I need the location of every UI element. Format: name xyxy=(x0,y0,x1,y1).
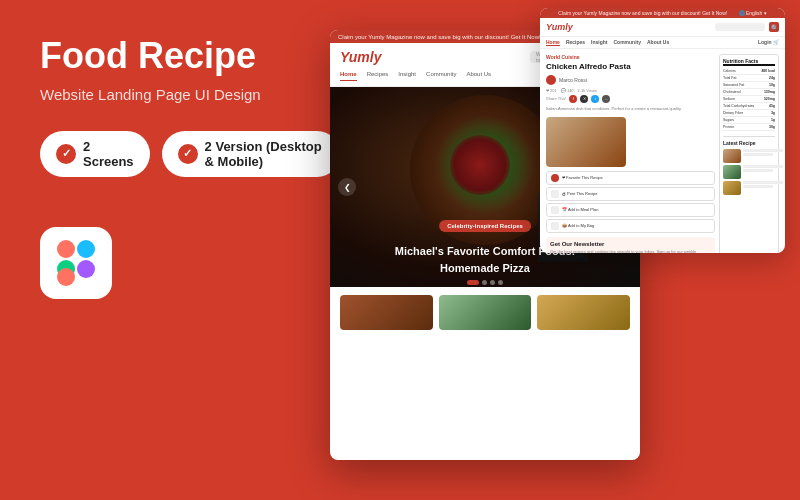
top-nav-login: Login 🛒 xyxy=(758,39,779,46)
latest-recipe-section: Latest Recipe xyxy=(723,136,775,195)
nav-community[interactable]: Community xyxy=(426,71,456,81)
check-icon: ✓ xyxy=(56,144,76,164)
action-buttons: ❤ Favorite This Recipe 🖨 Print This Reci… xyxy=(546,171,715,233)
newsletter-title: Get Our Newsletter xyxy=(550,241,711,247)
nav-recipes[interactable]: Recipes xyxy=(367,71,389,81)
dot-4[interactable] xyxy=(498,280,503,285)
svg-rect-1 xyxy=(77,240,95,258)
newsletter-box: Get Our Newsletter Get the best recipes … xyxy=(546,237,715,253)
nutrition-row-protein: Protein 30g xyxy=(723,124,775,131)
nutrition-title: Nutrition Facts xyxy=(723,58,775,66)
nutrition-row-calories: Calories 480 kcal xyxy=(723,68,775,75)
nutrition-row-fiber: Dietary Fiber 3g xyxy=(723,110,775,117)
top-nav-insight[interactable]: Insight xyxy=(591,39,607,46)
nutrition-row-sugar: Sugars 1g xyxy=(723,117,775,124)
top-nav-community[interactable]: Community xyxy=(613,39,641,46)
badge-screens-label: 2 Screens xyxy=(83,139,134,169)
hero-prev-button[interactable]: ❮ xyxy=(338,178,356,196)
latest-item-3 xyxy=(723,181,775,195)
nutrition-row-sodium: Sodium 520mg xyxy=(723,96,775,103)
hero-tag: Celebrity-Inspired Recipes xyxy=(439,220,531,232)
latest-item-1 xyxy=(723,149,775,163)
dot-2[interactable] xyxy=(482,280,487,285)
stat-views: 2.1k Views xyxy=(578,88,597,93)
main-logo: Yumly xyxy=(340,49,524,65)
recipe-title: Chicken Alfredo Pasta xyxy=(546,62,715,72)
nav-insight[interactable]: Insight xyxy=(398,71,416,81)
top-nav-about[interactable]: About Us xyxy=(647,39,669,46)
meal-plan-btn[interactable]: 📅 Add to Meal Plan xyxy=(546,203,715,217)
nav-home[interactable]: Home xyxy=(340,71,357,81)
print-btn[interactable]: 🖨 Print This Recipe xyxy=(546,187,715,201)
badge-screens: ✓ 2 Screens xyxy=(40,131,150,177)
svg-point-4 xyxy=(77,260,95,278)
share-bar: Share This! f ✕ t ... xyxy=(546,95,715,103)
main-content-below xyxy=(330,287,640,343)
top-nav-home[interactable]: Home xyxy=(546,39,560,46)
top-screen-nav: Yumly 🔍 xyxy=(540,18,785,37)
add-bag-btn[interactable]: 📦 Add to My Bag xyxy=(546,219,715,233)
recipe-text: World Cuisine Chicken Alfredo Pasta Marc… xyxy=(546,54,715,253)
screens-container: Claim your Yumly Magazine now and save b… xyxy=(270,0,800,500)
top-screen-nav2: Home Recipes Insight Community About Us … xyxy=(540,37,785,49)
recipe-image xyxy=(546,117,626,167)
top-nav-recipes[interactable]: Recipes xyxy=(566,39,585,46)
nutrition-row-fat: Total Fat 24g xyxy=(723,75,775,82)
nutrition-row-satfat: Saturated Fat 10g xyxy=(723,82,775,89)
share-facebook[interactable]: f xyxy=(569,95,577,103)
world-cuisine: World Cuisine xyxy=(546,54,715,60)
nutrition-row-chol: Cholesterol 130mg xyxy=(723,89,775,96)
share-more[interactable]: ... xyxy=(602,95,610,103)
dot-3[interactable] xyxy=(490,280,495,285)
check-icon-2: ✓ xyxy=(178,144,198,164)
latest-item-2 xyxy=(723,165,775,179)
share-twitter[interactable]: t xyxy=(591,95,599,103)
top-screen: Claim your Yumly Magazine now and save b… xyxy=(540,8,785,253)
nutrition-row-carbs: Total Carbohydrates 45g xyxy=(723,103,775,110)
top-screen-banner: Claim your Yumly Magazine now and save b… xyxy=(540,8,785,18)
recipe-desc: Italian-American dish that combines. Per… xyxy=(546,106,715,112)
pizza-sauce xyxy=(450,135,510,195)
content-card-2 xyxy=(439,295,532,330)
stat-comments: 💬 140 xyxy=(561,88,574,93)
top-search-btn[interactable]: 🔍 xyxy=(769,22,779,32)
nutrition-panel: Nutrition Facts Calories 480 kcal Total … xyxy=(719,54,779,253)
stats-row: ❤ 201 💬 140 2.1k Views xyxy=(546,88,715,93)
top-search[interactable] xyxy=(715,23,765,31)
hero-subtitle: Homemade Pizza xyxy=(350,261,620,275)
share-x[interactable]: ✕ xyxy=(580,95,588,103)
author: Marco Rossi xyxy=(559,77,587,83)
svg-rect-0 xyxy=(57,240,75,258)
svg-rect-3 xyxy=(57,268,75,286)
latest-title: Latest Recipe xyxy=(723,140,775,146)
figma-icon xyxy=(57,240,95,286)
nav-about[interactable]: About Us xyxy=(466,71,491,81)
content-card-3 xyxy=(537,295,630,330)
stat-likes: ❤ 201 xyxy=(546,88,557,93)
content-row-1 xyxy=(340,295,630,330)
hero-dots xyxy=(467,280,503,285)
content-card-1 xyxy=(340,295,433,330)
top-screen-content: World Cuisine Chicken Alfredo Pasta Marc… xyxy=(540,49,785,253)
newsletter-desc: Get the best recipes and cooking tips st… xyxy=(550,249,711,253)
dot-1[interactable] xyxy=(467,280,479,285)
favorite-btn[interactable]: ❤ Favorite This Recipe xyxy=(546,171,715,185)
figma-logo xyxy=(40,227,112,299)
top-logo: Yumly xyxy=(546,22,711,32)
